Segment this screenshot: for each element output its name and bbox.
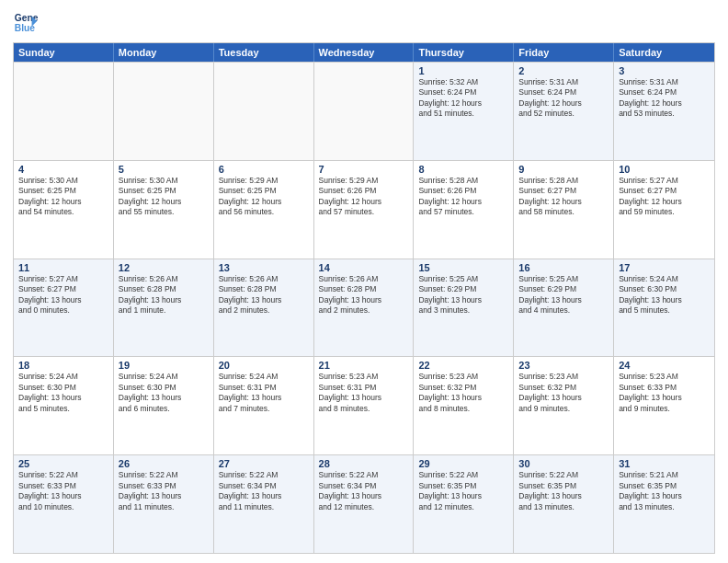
day-number: 20 [219, 360, 309, 371]
day-cell-9: 9Sunrise: 5:28 AM Sunset: 6:27 PM Daylig… [514, 161, 614, 259]
day-cell-6: 6Sunrise: 5:29 AM Sunset: 6:25 PM Daylig… [214, 161, 314, 259]
day-info: Sunrise: 5:27 AM Sunset: 6:27 PM Dayligh… [619, 176, 710, 218]
day-number: 18 [18, 360, 108, 371]
day-cell-22: 22Sunrise: 5:23 AM Sunset: 6:32 PM Dayli… [414, 357, 514, 454]
day-info: Sunrise: 5:30 AM Sunset: 6:25 PM Dayligh… [18, 176, 108, 218]
day-header-friday: Friday [514, 43, 614, 62]
day-info: Sunrise: 5:22 AM Sunset: 6:34 PM Dayligh… [319, 470, 409, 512]
day-cell-12: 12Sunrise: 5:26 AM Sunset: 6:28 PM Dayli… [114, 259, 214, 357]
day-number: 11 [18, 262, 108, 273]
logo-icon: General Blue [13, 9, 39, 35]
day-cell-10: 10Sunrise: 5:27 AM Sunset: 6:27 PM Dayli… [614, 161, 714, 259]
day-number: 6 [219, 164, 309, 175]
calendar-header: SundayMondayTuesdayWednesdayThursdayFrid… [14, 43, 714, 62]
calendar-row-4: 25Sunrise: 5:22 AM Sunset: 6:33 PM Dayli… [14, 454, 714, 553]
day-number: 12 [119, 262, 209, 273]
day-cell-28: 28Sunrise: 5:22 AM Sunset: 6:34 PM Dayli… [314, 455, 415, 553]
day-number: 3 [619, 65, 710, 76]
day-info: Sunrise: 5:24 AM Sunset: 6:30 PM Dayligh… [619, 274, 710, 316]
day-info: Sunrise: 5:28 AM Sunset: 6:26 PM Dayligh… [418, 176, 508, 218]
calendar-body: 1Sunrise: 5:32 AM Sunset: 6:24 PM Daylig… [14, 62, 714, 553]
day-number: 7 [319, 164, 409, 175]
day-info: Sunrise: 5:24 AM Sunset: 6:30 PM Dayligh… [119, 372, 209, 414]
day-info: Sunrise: 5:25 AM Sunset: 6:29 PM Dayligh… [518, 274, 609, 316]
day-number: 9 [518, 164, 609, 175]
header: General Blue [13, 9, 715, 35]
day-number: 2 [518, 65, 609, 76]
day-cell-20: 20Sunrise: 5:24 AM Sunset: 6:31 PM Dayli… [214, 357, 314, 454]
day-number: 30 [518, 458, 609, 469]
day-info: Sunrise: 5:23 AM Sunset: 6:31 PM Dayligh… [319, 372, 409, 414]
day-info: Sunrise: 5:30 AM Sunset: 6:25 PM Dayligh… [119, 176, 209, 218]
page: General Blue SundayMondayTuesdayWednesda… [0, 0, 728, 563]
day-cell-29: 29Sunrise: 5:22 AM Sunset: 6:35 PM Dayli… [414, 455, 514, 553]
empty-cell [214, 63, 314, 160]
day-info: Sunrise: 5:26 AM Sunset: 6:28 PM Dayligh… [319, 274, 409, 316]
calendar-row-0: 1Sunrise: 5:32 AM Sunset: 6:24 PM Daylig… [14, 62, 714, 160]
day-cell-2: 2Sunrise: 5:31 AM Sunset: 6:24 PM Daylig… [514, 63, 614, 160]
empty-cell [314, 63, 415, 160]
day-number: 21 [319, 360, 409, 371]
empty-cell [114, 63, 214, 160]
day-info: Sunrise: 5:24 AM Sunset: 6:31 PM Dayligh… [219, 372, 309, 414]
day-number: 10 [619, 164, 710, 175]
day-info: Sunrise: 5:31 AM Sunset: 6:24 PM Dayligh… [518, 77, 609, 120]
day-info: Sunrise: 5:25 AM Sunset: 6:29 PM Dayligh… [418, 274, 508, 316]
day-cell-14: 14Sunrise: 5:26 AM Sunset: 6:28 PM Dayli… [314, 259, 415, 357]
day-cell-17: 17Sunrise: 5:24 AM Sunset: 6:30 PM Dayli… [614, 259, 714, 357]
day-cell-31: 31Sunrise: 5:21 AM Sunset: 6:35 PM Dayli… [614, 455, 714, 553]
day-cell-18: 18Sunrise: 5:24 AM Sunset: 6:30 PM Dayli… [14, 357, 114, 454]
day-cell-8: 8Sunrise: 5:28 AM Sunset: 6:26 PM Daylig… [414, 161, 514, 259]
day-info: Sunrise: 5:31 AM Sunset: 6:24 PM Dayligh… [619, 77, 710, 120]
day-info: Sunrise: 5:22 AM Sunset: 6:33 PM Dayligh… [18, 470, 108, 512]
day-info: Sunrise: 5:26 AM Sunset: 6:28 PM Dayligh… [219, 274, 309, 316]
day-number: 8 [418, 164, 508, 175]
day-number: 23 [518, 360, 609, 371]
day-number: 27 [219, 458, 309, 469]
day-number: 31 [619, 458, 710, 469]
day-number: 14 [319, 262, 409, 273]
day-header-saturday: Saturday [614, 43, 714, 62]
day-info: Sunrise: 5:24 AM Sunset: 6:30 PM Dayligh… [18, 372, 108, 414]
day-header-wednesday: Wednesday [314, 43, 415, 62]
day-info: Sunrise: 5:26 AM Sunset: 6:28 PM Dayligh… [119, 274, 209, 316]
day-header-monday: Monday [114, 43, 214, 62]
day-number: 22 [418, 360, 508, 371]
day-number: 26 [119, 458, 209, 469]
day-cell-23: 23Sunrise: 5:23 AM Sunset: 6:32 PM Dayli… [514, 357, 614, 454]
day-header-tuesday: Tuesday [214, 43, 314, 62]
day-number: 16 [518, 262, 609, 273]
day-number: 4 [18, 164, 108, 175]
day-cell-21: 21Sunrise: 5:23 AM Sunset: 6:31 PM Dayli… [314, 357, 415, 454]
day-cell-16: 16Sunrise: 5:25 AM Sunset: 6:29 PM Dayli… [514, 259, 614, 357]
day-cell-4: 4Sunrise: 5:30 AM Sunset: 6:25 PM Daylig… [14, 161, 114, 259]
day-cell-30: 30Sunrise: 5:22 AM Sunset: 6:35 PM Dayli… [514, 455, 614, 553]
day-cell-26: 26Sunrise: 5:22 AM Sunset: 6:33 PM Dayli… [114, 455, 214, 553]
day-number: 25 [18, 458, 108, 469]
calendar-row-3: 18Sunrise: 5:24 AM Sunset: 6:30 PM Dayli… [14, 356, 714, 454]
calendar-row-2: 11Sunrise: 5:27 AM Sunset: 6:27 PM Dayli… [14, 259, 714, 357]
day-cell-19: 19Sunrise: 5:24 AM Sunset: 6:30 PM Dayli… [114, 357, 214, 454]
day-info: Sunrise: 5:23 AM Sunset: 6:32 PM Dayligh… [418, 372, 508, 414]
day-number: 19 [119, 360, 209, 371]
day-cell-11: 11Sunrise: 5:27 AM Sunset: 6:27 PM Dayli… [14, 259, 114, 357]
day-cell-15: 15Sunrise: 5:25 AM Sunset: 6:29 PM Dayli… [414, 259, 514, 357]
day-number: 24 [619, 360, 710, 371]
day-number: 29 [418, 458, 508, 469]
day-info: Sunrise: 5:23 AM Sunset: 6:32 PM Dayligh… [518, 372, 609, 414]
day-info: Sunrise: 5:21 AM Sunset: 6:35 PM Dayligh… [619, 470, 710, 512]
day-cell-27: 27Sunrise: 5:22 AM Sunset: 6:34 PM Dayli… [214, 455, 314, 553]
day-info: Sunrise: 5:29 AM Sunset: 6:25 PM Dayligh… [219, 176, 309, 218]
day-info: Sunrise: 5:22 AM Sunset: 6:33 PM Dayligh… [119, 470, 209, 512]
day-cell-25: 25Sunrise: 5:22 AM Sunset: 6:33 PM Dayli… [14, 455, 114, 553]
logo: General Blue [13, 9, 39, 35]
day-number: 17 [619, 262, 710, 273]
day-info: Sunrise: 5:22 AM Sunset: 6:34 PM Dayligh… [219, 470, 309, 512]
empty-cell [14, 63, 114, 160]
day-cell-24: 24Sunrise: 5:23 AM Sunset: 6:33 PM Dayli… [614, 357, 714, 454]
day-info: Sunrise: 5:27 AM Sunset: 6:27 PM Dayligh… [18, 274, 108, 316]
day-number: 13 [219, 262, 309, 273]
day-number: 1 [418, 65, 508, 76]
calendar: SundayMondayTuesdayWednesdayThursdayFrid… [13, 42, 715, 554]
day-cell-7: 7Sunrise: 5:29 AM Sunset: 6:26 PM Daylig… [314, 161, 415, 259]
